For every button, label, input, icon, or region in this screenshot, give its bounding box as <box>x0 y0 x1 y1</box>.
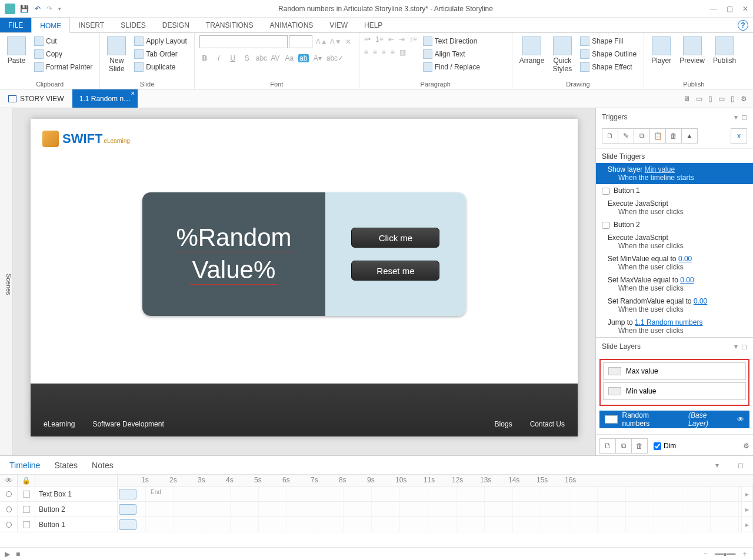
tab-slides[interactable]: SLIDES <box>112 18 154 32</box>
tab-design[interactable]: DESIGN <box>154 18 198 32</box>
zoom-slider[interactable]: ━━●━━ <box>715 550 735 558</box>
columns-icon[interactable]: ▥ <box>399 48 406 56</box>
text-direction-button[interactable]: Text Direction <box>421 35 482 47</box>
paste-button[interactable]: Paste <box>5 35 28 66</box>
timeline-track[interactable] <box>118 502 741 516</box>
panel-undock-icon[interactable]: ◻ <box>738 461 744 469</box>
reset-me-button[interactable]: Reset me <box>351 261 439 281</box>
italic-button[interactable]: I <box>214 54 224 62</box>
font-family-select[interactable] <box>199 35 288 48</box>
maximize-button[interactable]: ▢ <box>727 5 733 13</box>
publish-button[interactable]: Publish <box>711 35 738 66</box>
visibility-toggle[interactable] <box>6 491 12 497</box>
numbering-icon[interactable]: 1≡ <box>375 35 384 44</box>
dim-checkbox[interactable]: Dim <box>654 442 676 450</box>
slide-canvas[interactable]: SWIFTeLearning %Random Value% Click me R… <box>31 119 578 436</box>
click-me-button[interactable]: Click me <box>351 228 439 248</box>
quick-styles-button[interactable]: Quick Styles <box>550 35 574 74</box>
panel-undock-icon[interactable]: ◻ <box>741 113 747 121</box>
player-button[interactable]: Player <box>649 35 674 66</box>
visible-icon[interactable]: 👁 <box>737 415 744 424</box>
timeline-row[interactable]: Button 2▸ <box>0 502 753 517</box>
layer-min-value[interactable]: Min value <box>603 382 746 400</box>
lock-toggle[interactable] <box>23 521 30 528</box>
new-slide-button[interactable]: New Slide <box>105 35 128 74</box>
panel-undock-icon[interactable]: ◻ <box>741 342 747 351</box>
apply-layout-button[interactable]: Apply Layout <box>132 35 189 47</box>
trigger-jumpto[interactable]: Jump to 1.1 Random numbersWhen the user … <box>596 316 753 337</box>
panel-menu-icon[interactable]: ▾ <box>715 461 719 469</box>
trigger-setrandom[interactable]: Set RandomValue equal to 0.00When the us… <box>596 295 753 316</box>
new-trigger-button[interactable]: 🗋 <box>602 128 618 144</box>
highlight-button[interactable]: ab <box>298 54 309 62</box>
charspace-button[interactable]: AV <box>270 54 281 62</box>
shape-outline-button[interactable]: Shape Outline <box>578 48 639 60</box>
underline-button[interactable]: U <box>228 54 238 62</box>
redo-icon[interactable]: ↷ <box>46 5 52 13</box>
strike-button[interactable]: abc <box>256 54 266 62</box>
phone-landscape-icon[interactable]: ▭ <box>718 95 725 103</box>
trigger-execjs-1[interactable]: Execute JavaScriptWhen the user clicks <box>596 197 753 218</box>
scenes-rail[interactable]: Scenes <box>0 108 13 455</box>
timeline-chip[interactable] <box>119 519 136 530</box>
font-size-select[interactable] <box>289 35 312 48</box>
row-expand-icon[interactable]: ▸ <box>741 517 753 532</box>
bold-button[interactable]: B <box>199 54 210 62</box>
timeline-track[interactable]: End <box>118 486 741 501</box>
changecase-button[interactable]: Aa <box>284 54 295 62</box>
layer-max-value[interactable]: Max value <box>603 362 746 380</box>
object-name[interactable]: Text Box 1 <box>35 486 118 501</box>
shadow-button[interactable]: S <box>242 54 252 62</box>
trigger-showlayer[interactable]: Show layer Min value When the timeline s… <box>596 163 753 184</box>
cut-button[interactable]: Cut <box>32 35 95 47</box>
align-justify-icon[interactable]: ≡ <box>391 48 395 56</box>
play-button[interactable]: ▶ <box>5 550 10 558</box>
copy-trigger-button[interactable]: ⧉ <box>634 128 650 144</box>
tablet-landscape-icon[interactable]: ▭ <box>696 95 702 103</box>
find-replace-button[interactable]: Find / Replace <box>421 61 482 73</box>
bullets-icon[interactable]: ≡• <box>364 35 371 44</box>
lock-toggle[interactable] <box>23 491 30 498</box>
spellcheck-button[interactable]: abc✓ <box>326 54 337 62</box>
shape-effect-button[interactable]: Shape Effect <box>578 61 639 73</box>
story-view-button[interactable]: STORY VIEW <box>0 89 72 108</box>
timeline-track[interactable] <box>118 517 741 532</box>
arrange-button[interactable]: Arrange <box>517 35 547 66</box>
tab-states[interactable]: States <box>54 461 78 470</box>
timeline-ruler[interactable]: 1s2s3s4s5s6s7s8s9s10s11s12s13s14s15s16s <box>118 475 753 486</box>
variables-button[interactable]: x <box>731 128 747 144</box>
paste-trigger-button[interactable]: 📋 <box>649 128 666 144</box>
format-painter-button[interactable]: Format Painter <box>32 61 95 73</box>
fontcolor-button[interactable]: A▾ <box>312 54 323 62</box>
zoom-out-icon[interactable]: － <box>702 549 709 559</box>
visibility-toggle[interactable] <box>6 506 12 512</box>
trigger-heading-button2[interactable]: Button 2 <box>596 218 753 231</box>
slide-tab[interactable]: 1.1 Random n…✕ <box>72 89 138 108</box>
align-left-icon[interactable]: ≡ <box>364 48 368 56</box>
panel-menu-icon[interactable]: ▾ <box>734 113 738 121</box>
lock-toggle[interactable] <box>23 506 30 513</box>
timeline-row[interactable]: Button 1▸ <box>0 517 753 532</box>
save-icon[interactable]: 💾 <box>20 5 29 13</box>
timeline-chip[interactable] <box>119 504 136 515</box>
tab-timeline[interactable]: Timeline <box>9 461 40 470</box>
indent-icon[interactable]: ⇥ <box>399 35 405 44</box>
close-tab-icon[interactable]: ✕ <box>131 91 135 96</box>
minimize-button[interactable]: — <box>710 5 717 13</box>
clear-format-icon[interactable]: ✕ <box>345 38 351 46</box>
delete-trigger-button[interactable]: 🗑 <box>665 128 682 144</box>
outdent-icon[interactable]: ⇤ <box>388 35 394 44</box>
help-icon[interactable]: ? <box>738 20 748 31</box>
shrink-font-icon[interactable]: A▼ <box>330 38 342 46</box>
object-name[interactable]: Button 2 <box>35 502 118 516</box>
shape-fill-button[interactable]: Shape Fill <box>578 35 639 47</box>
tab-help[interactable]: HELP <box>356 18 391 32</box>
duplicate-button[interactable]: Duplicate <box>132 61 189 73</box>
tab-animations[interactable]: ANIMATIONS <box>262 18 322 32</box>
align-right-icon[interactable]: ≡ <box>382 48 386 56</box>
align-center-icon[interactable]: ≡ <box>373 48 377 56</box>
tab-notes[interactable]: Notes <box>92 461 114 470</box>
timeline-chip[interactable] <box>119 489 136 499</box>
moveup-trigger-button[interactable]: ▲ <box>681 128 698 144</box>
trigger-heading-button1[interactable]: Button 1 <box>596 184 753 197</box>
